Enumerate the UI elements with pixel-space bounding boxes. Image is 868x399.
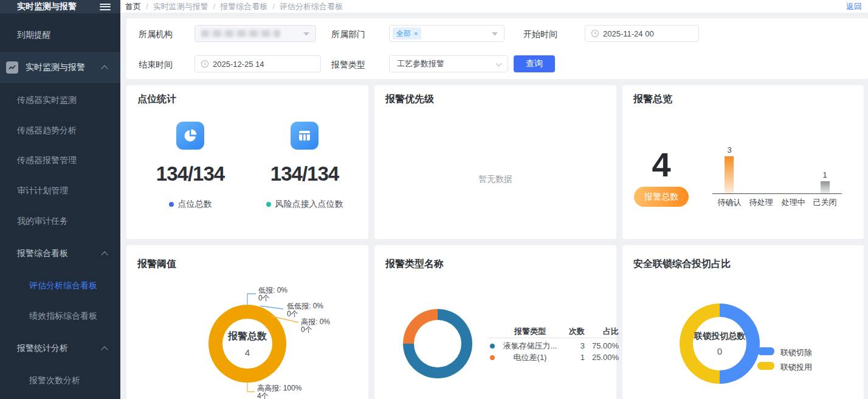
bar-value-label: 3: [713, 145, 746, 154]
breadcrumb-home[interactable]: 首页: [125, 1, 141, 12]
legend-dot-blue: [490, 344, 495, 349]
legend-dot-orange: [490, 355, 495, 360]
bar-category-label: 待处理: [745, 197, 777, 208]
card-interlock-ratio: 安全联锁综合投切占比 联锁投切总数 0 联锁切除 联锁投用: [622, 245, 864, 399]
alarm-type-label: 报警类型: [331, 60, 365, 71]
end-time-label: 结束时间: [139, 60, 173, 71]
sidebar-item-alarm-count[interactable]: 报警次数分析: [0, 366, 120, 396]
sidebar-item-sensor-trend[interactable]: 传感器趋势分析: [0, 116, 120, 146]
alarm-type-select[interactable]: 工艺参数报警: [389, 55, 508, 72]
card-title: 点位统计: [137, 93, 176, 106]
sidebar-item-audit-plan[interactable]: 审计计划管理: [0, 176, 120, 206]
sidebar-item-my-audit[interactable]: 我的审计任务: [0, 206, 120, 237]
sidebar-item-expire-reminder[interactable]: 到期提醒: [0, 20, 120, 50]
type-donut-chart: [403, 309, 472, 378]
stat-value: 134/134: [256, 162, 353, 186]
org-select-redacted-value: [201, 30, 280, 37]
table-row: 电位差(1) 1 25.00%: [489, 352, 619, 363]
card-alarm-threshold: 报警阈值 报警总数 4 低报: 0%0个 低低报: 0%0个 高报: 0%0个 …: [126, 245, 368, 399]
type-legend-table: 报警类型 次数 占比 液氯存储压力... 3 75.00% 电位差(1) 1 2…: [489, 325, 619, 363]
sidebar-item-sensor-realtime[interactable]: 传感器实时监测: [0, 85, 120, 116]
dept-multiselect[interactable]: 全部 ×: [389, 25, 505, 42]
legend-swatch-yellow: [757, 362, 774, 370]
sidebar-title: 实时监测与报警: [17, 1, 77, 12]
card-alarm-priority: 报警优先级 暂无数据: [374, 85, 616, 239]
dashboard-page: 实时监测与报警 到期提醒 实时监测与报警 传感器实时监测 传感器趋势分析 传感器…: [0, 0, 868, 399]
divider: [0, 82, 120, 83]
dept-tag-text: 全部: [396, 29, 411, 39]
pie-label-highhigh: 高高报: 100%4个: [257, 384, 301, 399]
donut-center-label: 联锁投切总数: [694, 331, 745, 342]
end-time-input[interactable]: 2025-12-25 14: [195, 55, 321, 72]
col-header-count: 次数: [560, 326, 585, 337]
x-axis: [712, 193, 842, 194]
chevron-up-icon: [101, 346, 108, 353]
donut-center-label: 报警总数: [228, 330, 267, 343]
sidebar-item-kpi-board[interactable]: 绩效指标综合看板: [0, 301, 120, 331]
stat-label: 风险点接入点位数: [275, 199, 343, 210]
alarm-total-badge: 报警总数: [634, 187, 689, 207]
sidebar-header: 实时监测与报警: [0, 0, 120, 13]
col-header-pct: 占比: [585, 326, 619, 337]
legend-label-cutoff: 联锁切除: [780, 347, 812, 358]
bar-category-label: 处理中: [777, 197, 810, 208]
donut-center-value: 0: [717, 346, 722, 356]
pie-label-lowlow: 低低报: 0%0个: [287, 302, 323, 318]
tag-close-icon[interactable]: ×: [414, 30, 418, 37]
card-title: 报警类型名称: [385, 258, 444, 271]
stat-risk-points: 134/134 风险点接入点位数: [256, 122, 353, 210]
clock-icon: [201, 60, 209, 68]
monitor-chart-icon: [6, 61, 18, 74]
org-select[interactable]: [195, 25, 316, 42]
start-time-input[interactable]: 2025-11-24 00: [585, 25, 699, 42]
bar-category-label: 待确认: [713, 197, 746, 208]
breadcrumb-separator: /: [272, 2, 275, 11]
search-button[interactable]: 查询: [514, 55, 555, 72]
breadcrumb-level2[interactable]: 报警综合看板: [220, 1, 267, 12]
legend-label-engaged: 联锁投用: [780, 362, 812, 373]
clock-icon: [591, 29, 599, 38]
org-label: 所属机构: [139, 29, 173, 40]
sidebar-item-eval-board[interactable]: 评估分析综合看板: [0, 271, 120, 301]
bar-value-label: 1: [808, 170, 841, 179]
legend-dot-teal: [266, 202, 271, 207]
card-title: 报警优先级: [385, 93, 434, 106]
table-row: 液氯存储压力... 3 75.00%: [489, 340, 619, 352]
menu-toggle-icon[interactable]: [100, 2, 111, 10]
back-link[interactable]: 返回: [846, 1, 862, 12]
card-title: 安全联锁综合投切占比: [633, 258, 731, 271]
col-header-type: 报警类型: [500, 326, 560, 337]
start-time-label: 开始时间: [523, 29, 557, 40]
bar-closed: [821, 181, 830, 193]
legend-dot-blue: [169, 202, 174, 207]
chevron-up-icon: [101, 65, 108, 72]
sidebar-item-alarm-board-parent[interactable]: 报警综合看板: [0, 238, 120, 269]
breadcrumb-current: 评估分析综合看板: [280, 1, 343, 12]
breadcrumb-separator: /: [146, 2, 148, 11]
caret-down-icon: [492, 32, 498, 36]
bar-pending-confirm: [725, 156, 734, 193]
pie-label-low: 低报: 0%0个: [258, 286, 288, 302]
sidebar-item-sensor-alarm[interactable]: 传感器报警管理: [0, 145, 120, 176]
pie-label-high: 高报: 0%0个: [301, 318, 330, 334]
table-columns-icon: [291, 122, 319, 150]
end-time-value: 2025-12-25 14: [213, 60, 264, 69]
sidebar-item-realtime-monitor-parent[interactable]: 实时监测与报警: [0, 53, 120, 82]
dept-tag: 全部 ×: [393, 27, 421, 40]
alarm-total-value: 4: [634, 145, 689, 185]
start-time-value: 2025-11-24 00: [603, 29, 654, 38]
donut-center-value: 4: [245, 347, 250, 358]
pie-chart-icon: [176, 122, 204, 150]
chevron-up-icon: [101, 251, 108, 258]
caret-down-icon: [303, 32, 309, 36]
stat-value: 134/134: [142, 162, 239, 186]
bar-category-label: 已关闭: [808, 197, 841, 208]
sidebar-item-alarm-stat-parent[interactable]: 报警统计分析: [0, 333, 120, 364]
card-title: 报警阈值: [137, 258, 176, 271]
breadcrumb: 首页 / 实时监测与报警 / 报警综合看板 / 评估分析综合看板 返回: [120, 0, 868, 13]
breadcrumb-level1[interactable]: 实时监测与报警: [153, 1, 208, 12]
alarm-type-value: 工艺参数报警: [397, 58, 444, 69]
empty-placeholder: 暂无数据: [374, 174, 616, 185]
sidebar: 实时监测与报警 到期提醒 实时监测与报警 传感器实时监测 传感器趋势分析 传感器…: [0, 0, 120, 399]
dept-label: 所属部门: [331, 29, 365, 40]
